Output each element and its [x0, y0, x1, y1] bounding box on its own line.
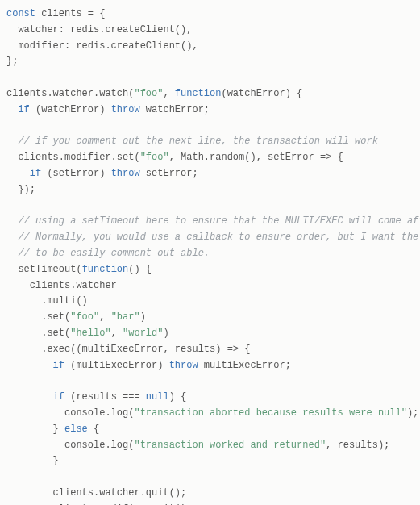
code-line: console.log("transaction aborted because…: [6, 407, 418, 419]
code-line: watcher: redis.createClient(),: [6, 24, 192, 35]
code-line: console.log("transaction worked and retu…: [6, 440, 389, 451]
code-line: if (multiExecError) throw multiExecError…: [6, 360, 291, 371]
code-line: if (watchError) throw watchError;: [6, 104, 210, 115]
code-line: clients.watcher: [6, 280, 117, 291]
code-line: clients.watcher.watch("foo", function(wa…: [6, 88, 302, 99]
code-line: .set("hello", "world"): [6, 328, 169, 339]
code-block: const clients = { watcher: redis.createC…: [6, 6, 414, 505]
code-line: const clients = {: [6, 8, 105, 19]
code-line: if (setError) throw setError;: [6, 168, 198, 179]
code-line: setTimeout(function() {: [6, 264, 152, 275]
code-line: // if you comment out the next line, the…: [6, 136, 378, 147]
code-line: .multi(): [6, 295, 88, 307]
code-line: // to be easily comment-out-able.: [6, 248, 210, 259]
code-line: // Normally, you would use a callback to…: [6, 232, 420, 243]
code-line: // using a setTimeout here to ensure tha…: [6, 215, 420, 227]
code-line: }: [6, 455, 59, 466]
code-line: };: [6, 56, 18, 67]
code-line: .set("foo", "bar"): [6, 311, 146, 323]
code-line: clients.watcher.quit();: [6, 487, 186, 499]
code-line: clients.modifier.set("foo", Math.random(…: [6, 152, 343, 163]
code-line: .exec((multiExecError, results) => {: [6, 344, 250, 355]
code-line: } else {: [6, 424, 99, 435]
code-line: });: [6, 184, 35, 195]
code-line: modifier: redis.createClient(),: [6, 40, 198, 52]
code-line: if (results === null) {: [6, 391, 186, 403]
